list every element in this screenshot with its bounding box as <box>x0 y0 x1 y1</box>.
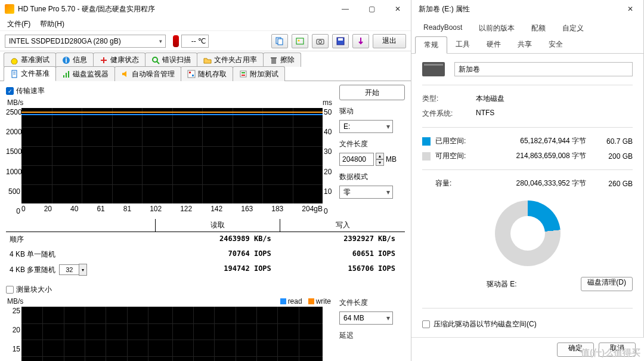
tab-sharing[interactable]: 共享 <box>509 36 540 53</box>
svg-rect-22 <box>189 72 191 73</box>
svg-rect-26 <box>242 75 245 76</box>
blocksize-graph <box>21 307 323 361</box>
prop-footer: 确定 取消 <box>411 337 644 361</box>
prop-title: 新加卷 (E:) 属性 <box>416 4 617 14</box>
exit-button[interactable]: 退出 <box>373 34 406 48</box>
svg-rect-23 <box>192 75 194 76</box>
tab-quota[interactable]: 配额 <box>523 20 554 36</box>
filelen-input[interactable]: 204800 <box>339 153 374 166</box>
svg-rect-13 <box>271 58 276 64</box>
results-table: 读取写入 顺序2463989 KB/s2392927 KB/s 4 KB 单一随… <box>6 219 405 277</box>
tab-erase[interactable]: 擦除 <box>263 53 301 67</box>
tab-readyboost[interactable]: ReadyBoost <box>415 20 470 36</box>
svg-rect-19 <box>66 73 67 78</box>
tab-security[interactable]: 安全 <box>540 36 571 53</box>
filelen2-label: 文件长度 <box>339 298 405 308</box>
tab-general[interactable]: 常规 <box>415 36 447 54</box>
tab-monitor[interactable]: 磁盘监视器 <box>55 66 115 81</box>
thread-count-select[interactable]: 32 <box>59 264 79 275</box>
drive-icon <box>422 62 445 76</box>
svg-line-12 <box>157 61 159 64</box>
svg-text:i: i <box>65 56 67 64</box>
y-axis-left-2: 25201510 <box>6 307 20 361</box>
prop-close-button[interactable]: ✕ <box>617 0 643 18</box>
svg-rect-21 <box>188 70 195 78</box>
table-row: 4 KB 多重随机32194742 IOPS156706 IOPS <box>6 262 405 277</box>
svg-rect-7 <box>338 38 343 41</box>
transfer-rate-checkbox[interactable]: ✓ <box>6 87 14 95</box>
blocksize-label: 测量块大小 <box>16 285 52 295</box>
svg-point-3 <box>298 39 300 41</box>
tab-aam[interactable]: 自动噪音管理 <box>114 66 181 81</box>
window-title: HD Tune Pro 5.70 - 硬盘/固态硬盘实用程序 <box>18 4 332 14</box>
svg-rect-18 <box>63 75 64 78</box>
datamode-select[interactable]: 零 <box>339 186 393 199</box>
options-button[interactable] <box>352 34 369 48</box>
table-row: 顺序2463989 KB/s2392927 KB/s <box>6 232 405 247</box>
tab-random[interactable]: 随机存取 <box>181 66 233 81</box>
minimize-button[interactable]: ― <box>332 0 358 18</box>
y-axis-right: 50403020100 <box>324 108 333 215</box>
start-button[interactable]: 开始 <box>339 85 405 100</box>
menu-file[interactable]: 文件(F) <box>4 18 34 30</box>
svg-rect-2 <box>296 38 304 44</box>
svg-point-5 <box>319 40 322 43</box>
tab-extra[interactable]: 附加测试 <box>233 66 285 81</box>
tab-custom[interactable]: 自定义 <box>554 20 592 36</box>
drive-label: 驱动 <box>339 106 405 116</box>
cancel-button[interactable]: 取消 <box>599 343 636 357</box>
svg-rect-1 <box>278 39 283 45</box>
free-swatch <box>422 152 431 161</box>
disk-cleanup-button[interactable]: 磁盘清理(D) <box>581 277 633 291</box>
svg-point-8 <box>11 58 17 64</box>
transfer-graph <box>21 108 323 203</box>
close-button[interactable]: ✕ <box>385 0 411 18</box>
x-axis: 020406181102122142163183204gB <box>21 205 323 215</box>
filelen2-select[interactable]: 64 MB <box>339 311 393 325</box>
svg-rect-14 <box>271 57 277 58</box>
datamode-label: 数据模式 <box>339 172 405 182</box>
menu-bar: 文件(F) 帮助(H) <box>0 18 411 31</box>
prop-titlebar: 新加卷 (E:) 属性 ✕ <box>411 0 643 18</box>
copy-text-button[interactable] <box>271 34 288 48</box>
ok-button[interactable]: 确定 <box>557 343 594 357</box>
svg-rect-25 <box>242 72 245 73</box>
hd-titlebar: HD Tune Pro 5.70 - 硬盘/固态硬盘实用程序 ― ▢ ✕ <box>0 0 411 18</box>
tab-benchmark[interactable]: 基准测试 <box>4 53 56 67</box>
y-axis-left: 25002000150010005000 <box>6 108 20 215</box>
delay-label: 延迟 <box>339 331 405 341</box>
save-button[interactable] <box>332 34 349 48</box>
tab-tools[interactable]: 工具 <box>447 36 478 53</box>
tab-hardware[interactable]: 硬件 <box>478 36 509 53</box>
toolbar: INTEL SSDPED1D280GA (280 gB) -- ℃ 退出 <box>0 31 411 51</box>
maximize-button[interactable]: ▢ <box>358 0 385 18</box>
tab-info[interactable]: i信息 <box>55 53 94 67</box>
blocksize-checkbox[interactable] <box>6 286 14 294</box>
drive-e-label: 驱动器 E: <box>487 279 517 289</box>
screenshot-button[interactable] <box>312 34 329 48</box>
filelen-label: 文件长度 <box>339 139 405 149</box>
usage-donut <box>495 200 561 266</box>
tab-errorscan[interactable]: 错误扫描 <box>145 53 197 67</box>
menu-help[interactable]: 帮助(H) <box>36 18 68 30</box>
tab-bar: 基准测试 i信息 健康状态 错误扫描 文件夹占用率 擦除 文件基准 磁盘监视器 … <box>0 51 411 81</box>
tab-health[interactable]: 健康状态 <box>93 53 145 67</box>
drive-letter-select[interactable]: E: <box>339 120 393 133</box>
compress-checkbox[interactable] <box>422 320 430 328</box>
tab-folder[interactable]: 文件夹占用率 <box>197 53 264 67</box>
table-row: 4 KB 单一随机70764 IOPS60651 IOPS <box>6 247 405 262</box>
thermometer-icon <box>173 35 179 47</box>
prop-tabs: ReadyBoost 以前的版本 配额 自定义 常规 工具 硬件 共享 安全 <box>411 18 643 54</box>
svg-rect-20 <box>68 71 69 78</box>
tab-previous[interactable]: 以前的版本 <box>470 20 523 36</box>
used-swatch <box>422 137 431 146</box>
filelen-spinner[interactable]: ▲▼ <box>376 153 384 166</box>
svg-point-11 <box>153 57 157 62</box>
svg-rect-24 <box>240 71 246 77</box>
tab-filebench[interactable]: 文件基准 <box>4 66 56 81</box>
volume-name-input[interactable]: 新加卷 <box>454 62 633 76</box>
transfer-rate-label: 传输速率 <box>16 86 45 96</box>
copy-image-button[interactable] <box>292 34 308 48</box>
app-icon <box>5 4 14 14</box>
drive-select[interactable]: INTEL SSDPED1D280GA (280 gB) <box>5 35 166 48</box>
